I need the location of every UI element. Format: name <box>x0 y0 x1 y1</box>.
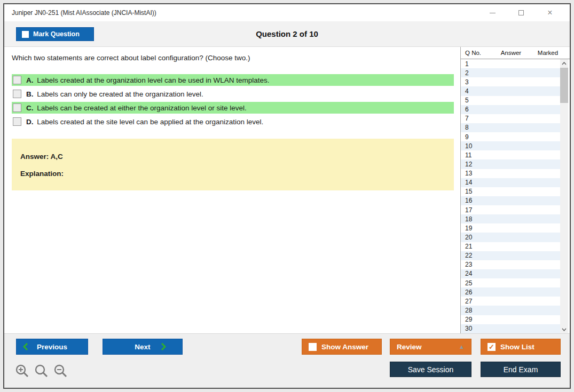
cell-qno: 5 <box>461 97 487 104</box>
show-list-button[interactable]: ✓ Show List <box>481 339 561 355</box>
scroll-thumb[interactable] <box>560 68 568 103</box>
show-list-checkbox[interactable]: ✓ <box>487 343 496 351</box>
cell-qno: 13 <box>461 170 487 177</box>
scroll-up-icon <box>562 62 567 65</box>
question-list-row[interactable]: 18 <box>461 214 560 223</box>
answer-option-c[interactable]: C. Labels can be created at either the o… <box>12 102 454 114</box>
close-button[interactable]: × <box>546 9 554 17</box>
minimize-button[interactable] <box>489 9 496 17</box>
cell-qno: 17 <box>461 206 487 214</box>
cell-qno: 16 <box>461 197 487 204</box>
question-list-row[interactable]: 12 <box>461 159 560 169</box>
previous-button[interactable]: Previous <box>16 339 88 355</box>
question-list-row[interactable]: 25 <box>461 278 560 287</box>
question-list-row[interactable]: 15 <box>461 187 560 196</box>
header-answer: Answer <box>492 50 530 56</box>
mark-question-label: Mark Question <box>33 30 80 38</box>
question-list-row[interactable]: 27 <box>461 297 560 306</box>
cell-qno: 15 <box>461 188 487 195</box>
question-list-row[interactable]: 10 <box>461 141 560 150</box>
cell-qno: 24 <box>461 270 487 277</box>
chevron-right-icon <box>161 343 166 350</box>
cell-qno: 6 <box>461 106 487 113</box>
question-list-row[interactable]: 11 <box>461 150 560 159</box>
chevron-left-icon <box>23 343 28 350</box>
end-exam-label: End Exam <box>504 365 538 374</box>
option-checkbox[interactable] <box>13 103 21 112</box>
answer-option-a[interactable]: A. Labels created at the organization le… <box>12 74 454 86</box>
question-list-row[interactable]: 2 <box>461 68 560 77</box>
answer-option-d[interactable]: D. Labels created at the site level can … <box>12 116 454 127</box>
zoom-in-icon[interactable] <box>15 364 29 378</box>
cell-qno: 7 <box>461 115 487 122</box>
save-session-button[interactable]: Save Session <box>390 362 471 377</box>
question-list-row[interactable]: 14 <box>461 178 560 187</box>
cell-qno: 9 <box>461 133 487 141</box>
mark-question-checkbox[interactable] <box>22 31 29 38</box>
question-panel: Which two statements are correct about l… <box>4 47 460 333</box>
question-list-body: 1234567891011121314151617181920212223242… <box>461 59 570 333</box>
cell-qno: 12 <box>461 161 487 168</box>
question-list-row[interactable]: 19 <box>461 223 560 233</box>
review-button[interactable]: Review ▲ <box>390 339 471 355</box>
question-list-row[interactable]: 22 <box>461 251 560 260</box>
question-list-panel: Q No. Answer Marked 12345678910111213141… <box>460 47 570 333</box>
question-list-row[interactable]: 8 <box>461 123 560 132</box>
save-session-label: Save Session <box>408 365 454 374</box>
question-list-row[interactable]: 6 <box>461 105 560 114</box>
option-label: B. Labels can only be created at the org… <box>26 90 203 98</box>
cell-qno: 2 <box>461 69 487 77</box>
option-checkbox[interactable] <box>13 117 21 126</box>
cell-qno: 1 <box>461 60 487 68</box>
question-list-row[interactable]: 24 <box>461 269 560 278</box>
question-list-row[interactable]: 5 <box>461 96 560 105</box>
question-list-row[interactable]: 4 <box>461 86 560 95</box>
mark-question-button[interactable]: Mark Question <box>16 27 94 41</box>
question-list-row[interactable]: 29 <box>461 315 560 324</box>
question-list-row[interactable]: 23 <box>461 260 560 269</box>
question-list-row[interactable]: 13 <box>461 169 560 178</box>
zoom-out-icon[interactable] <box>53 364 68 378</box>
option-label: C. Labels can be created at either the o… <box>26 104 247 112</box>
header-marked: Marked <box>530 50 565 56</box>
explanation-line: Explanation: <box>20 170 445 178</box>
scrollbar[interactable] <box>560 59 568 333</box>
cell-qno: 28 <box>461 307 487 314</box>
next-button[interactable]: Next <box>103 339 183 355</box>
question-list-row[interactable]: 3 <box>461 77 560 86</box>
scroll-down-button[interactable] <box>560 325 568 333</box>
question-text: Which two statements are correct about l… <box>12 54 454 62</box>
footer: Previous Next Show Answer Review ▲ ✓ Sho… <box>4 333 570 388</box>
cell-qno: 14 <box>461 179 487 186</box>
zoom-toolbar <box>15 364 68 378</box>
question-list-row[interactable]: 17 <box>461 205 560 214</box>
cell-qno: 26 <box>461 289 487 296</box>
option-checkbox[interactable] <box>13 90 21 98</box>
question-list-row[interactable]: 7 <box>461 114 560 123</box>
cell-qno: 22 <box>461 252 487 259</box>
zoom-reset-icon[interactable] <box>34 364 49 378</box>
question-list-row[interactable]: 30 <box>461 324 560 333</box>
cell-qno: 29 <box>461 316 487 323</box>
show-answer-button[interactable]: Show Answer <box>302 339 382 355</box>
question-list-header: Q No. Answer Marked <box>461 47 570 59</box>
question-list-row[interactable]: 21 <box>461 242 560 251</box>
option-label: A. Labels created at the organization le… <box>26 76 270 84</box>
cell-qno: 3 <box>461 78 487 86</box>
previous-label: Previous <box>37 343 67 351</box>
cell-qno: 25 <box>461 279 487 287</box>
answer-box: Answer: A,C Explanation: <box>12 139 454 190</box>
option-checkbox[interactable] <box>13 76 21 84</box>
end-exam-button[interactable]: End Exam <box>481 362 561 377</box>
question-list-row[interactable]: 1 <box>461 59 560 68</box>
question-list-row[interactable]: 20 <box>461 233 560 242</box>
question-list-row[interactable]: 16 <box>461 196 560 205</box>
cell-qno: 4 <box>461 87 487 95</box>
scroll-up-button[interactable] <box>560 59 568 67</box>
maximize-button[interactable] <box>517 9 525 17</box>
answer-option-b[interactable]: B. Labels can only be created at the org… <box>12 88 454 100</box>
question-list-row[interactable]: 26 <box>461 287 560 297</box>
show-answer-checkbox[interactable] <box>309 343 317 351</box>
question-list-row[interactable]: 9 <box>461 132 560 141</box>
question-list-row[interactable]: 28 <box>461 306 560 315</box>
